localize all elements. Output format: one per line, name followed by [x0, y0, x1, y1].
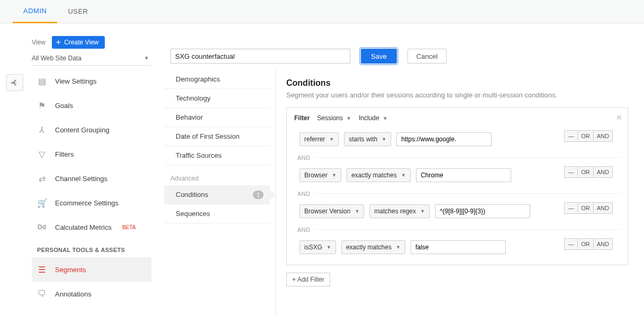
dimension-select[interactable]: Browser▼: [300, 168, 341, 182]
nav-label: Calculated Metrics: [55, 223, 112, 231]
value-input[interactable]: [435, 204, 530, 218]
remove-row-button[interactable]: —: [564, 238, 578, 250]
flag-icon: ⚑: [37, 101, 47, 111]
tab-admin[interactable]: ADMIN: [13, 0, 57, 23]
condition-row: Browser▼ exactly matches▼ — OR AND: [294, 164, 620, 186]
and-button[interactable]: AND: [593, 166, 613, 178]
nav-label: Segments: [55, 266, 86, 274]
operator-value: starts with: [349, 136, 377, 143]
and-label: AND: [297, 155, 310, 161]
save-button[interactable]: Save: [361, 49, 397, 64]
filter-mode-value: Include: [359, 114, 379, 122]
dimension-select[interactable]: referrer▼: [300, 132, 339, 146]
cat-behavior[interactable]: Behavior: [164, 108, 270, 127]
operator-select[interactable]: starts with▼: [344, 132, 391, 146]
cancel-button[interactable]: Cancel: [407, 49, 447, 64]
and-label: AND: [297, 227, 310, 233]
channel-icon: ⇄: [37, 174, 47, 184]
conditions-count-badge: 1: [253, 191, 264, 199]
caret-down-icon: ▼: [144, 55, 149, 61]
beta-badge: BETA: [122, 224, 135, 230]
segment-header: Save Cancel: [170, 49, 447, 64]
data-source-select[interactable]: All Web Site Data ▼: [32, 51, 151, 66]
dimension-select[interactable]: Browser Version▼: [300, 204, 364, 218]
or-button[interactable]: OR: [577, 166, 594, 178]
segment-name-input[interactable]: [170, 49, 350, 64]
filter-scope-value: Sessions: [317, 114, 343, 122]
and-button[interactable]: AND: [593, 202, 613, 214]
funnel-icon: ▽: [37, 149, 47, 159]
and-separator: AND: [294, 186, 620, 200]
operator-value: exactly matches: [346, 244, 392, 251]
filter-label: Filter: [294, 114, 310, 122]
nav-annotations[interactable]: 🗨 Annotations: [32, 282, 151, 306]
cat-sequences[interactable]: Sequences: [164, 204, 270, 223]
nav-label: Content Grouping: [55, 126, 110, 134]
create-view-label: Create View: [64, 39, 98, 46]
data-source-value: All Web Site Data: [32, 55, 81, 62]
left-nav: ▤ View Settings ⚑ Goals ⅄ Content Groupi…: [32, 69, 151, 306]
cat-traffic-sources[interactable]: Traffic Sources: [164, 146, 270, 165]
filter-scope-select[interactable]: Sessions ▼: [317, 114, 351, 122]
nav-label: Goals: [55, 102, 73, 110]
and-label: AND: [297, 191, 310, 197]
nav-section-personal: PERSONAL TOOLS & ASSETS: [32, 239, 151, 257]
nav-view-settings[interactable]: ▤ View Settings: [32, 69, 151, 93]
view-row: View + Create View: [32, 36, 105, 49]
conditions-title: Conditions: [286, 78, 628, 88]
nav-label: Annotations: [55, 290, 92, 298]
add-filter-button[interactable]: + Add Filter: [286, 273, 330, 286]
cat-date-first-session[interactable]: Date of First Session: [164, 127, 270, 146]
nav-goals[interactable]: ⚑ Goals: [32, 93, 151, 118]
cat-conditions-label: Conditions: [176, 191, 208, 199]
cat-technology[interactable]: Technology: [164, 89, 270, 108]
remove-row-button[interactable]: —: [564, 202, 578, 214]
operator-select[interactable]: exactly matches▼: [341, 240, 405, 254]
cat-demographics[interactable]: Demographics: [164, 70, 270, 89]
operator-select[interactable]: matches regex▼: [369, 204, 430, 218]
tab-user[interactable]: USER: [57, 0, 98, 23]
caret-down-icon: ▼: [355, 209, 359, 214]
value-input[interactable]: [416, 168, 511, 182]
nav-channel-settings[interactable]: ⇄ Channel Settings: [32, 166, 151, 191]
metrics-icon: Dd: [37, 223, 47, 231]
cat-conditions[interactable]: Conditions 1: [164, 185, 270, 204]
advanced-label: Advanced: [164, 165, 270, 185]
nav-segments[interactable]: ☰ Segments: [32, 257, 151, 282]
or-button[interactable]: OR: [577, 238, 594, 250]
or-button[interactable]: OR: [577, 130, 594, 142]
value-input[interactable]: [396, 132, 492, 146]
and-button[interactable]: AND: [593, 130, 613, 142]
nav-ecommerce-settings[interactable]: 🛒 Ecommerce Settings: [32, 191, 151, 215]
plus-icon: +: [56, 38, 61, 47]
caret-down-icon: ▼: [382, 137, 386, 142]
nav-label: Channel Settings: [55, 175, 107, 183]
dimension-value: Browser: [304, 172, 328, 179]
condition-row: Browser Version▼ matches regex▼ — OR AND: [294, 200, 620, 222]
remove-row-button[interactable]: —: [564, 166, 578, 178]
nav-filters[interactable]: ▽ Filters: [32, 142, 151, 166]
category-list: Demographics Technology Behavior Date of…: [164, 70, 270, 223]
caret-down-icon: ▼: [326, 245, 331, 250]
remove-row-button[interactable]: —: [564, 130, 578, 142]
nav-label: View Settings: [55, 77, 97, 85]
and-separator: AND: [294, 150, 620, 164]
filter-mode-select[interactable]: Include ▼: [359, 114, 388, 122]
or-button[interactable]: OR: [577, 202, 594, 214]
caret-down-icon: ▼: [401, 173, 406, 178]
dimension-value: isSXG: [304, 244, 322, 251]
nav-content-grouping[interactable]: ⅄ Content Grouping: [32, 118, 151, 142]
caret-down-icon: ▼: [332, 173, 337, 178]
top-tabs: ADMIN USER: [0, 0, 644, 23]
caret-down-icon: ▼: [396, 245, 401, 250]
caret-down-icon: ▼: [420, 209, 425, 214]
value-input[interactable]: [411, 240, 506, 254]
nav-label: Filters: [55, 150, 74, 158]
remove-filter-button[interactable]: ✕: [616, 113, 622, 122]
create-view-button[interactable]: + Create View: [52, 36, 105, 49]
back-button[interactable]: ←: [6, 74, 23, 91]
nav-calculated-metrics[interactable]: Dd Calculated Metrics BETA: [32, 215, 151, 239]
and-button[interactable]: AND: [593, 238, 613, 250]
operator-select[interactable]: exactly matches▼: [347, 168, 411, 182]
dimension-select[interactable]: isSXG▼: [300, 240, 336, 254]
